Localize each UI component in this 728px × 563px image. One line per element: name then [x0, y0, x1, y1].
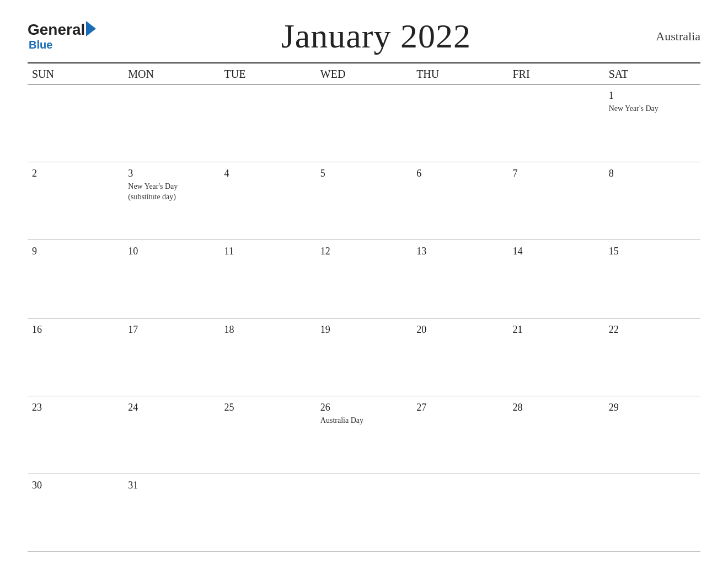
day-number: 29 — [609, 401, 696, 415]
day-cell-jan5: 5 — [316, 162, 412, 240]
day-number: 13 — [416, 245, 504, 258]
day-number: 27 — [416, 401, 504, 415]
header-wed: WED — [316, 68, 412, 81]
week-row-4: 16 17 18 19 20 21 22 — [28, 318, 700, 396]
day-number: 25 — [224, 401, 312, 415]
day-cell — [508, 474, 604, 551]
day-cell-jan11: 11 — [220, 240, 316, 317]
day-number: 20 — [416, 323, 504, 337]
day-cell-jan10: 10 — [124, 240, 220, 317]
week-row-2: 2 3 New Year's Day(substitute day) 4 5 6… — [28, 162, 700, 240]
day-number: 5 — [320, 167, 408, 180]
logo-general-text: General — [28, 22, 85, 38]
day-cell-jan18: 18 — [220, 318, 316, 396]
day-cell-jan23: 23 — [28, 396, 124, 474]
day-cell-jan16: 16 — [28, 318, 124, 396]
day-cell-jan26: 26 Australia Day — [316, 396, 412, 474]
day-number: 31 — [128, 479, 215, 492]
logo: General Blue — [28, 21, 96, 51]
day-cell-jan14: 14 — [508, 240, 604, 317]
header-sun: SUN — [28, 68, 124, 81]
day-number: 6 — [416, 167, 504, 180]
day-number: 4 — [224, 167, 312, 180]
day-headers-row: SUN MON TUE WED THU FRI SAT — [28, 63, 700, 84]
day-cell-jan29: 29 — [604, 396, 700, 474]
day-cell — [316, 474, 412, 551]
day-number: 12 — [320, 245, 408, 258]
day-cell-jan4: 4 — [220, 162, 316, 240]
calendar-page: General Blue January 2022 Australia SUN … — [0, 0, 728, 563]
day-number: 10 — [128, 245, 215, 258]
day-cell-jan17: 17 — [124, 318, 220, 396]
header-tue: TUE — [220, 68, 316, 81]
country-label: Australia — [656, 29, 700, 44]
day-number: 9 — [32, 245, 119, 258]
day-cell-jan30: 30 — [28, 474, 124, 551]
day-cell — [220, 474, 316, 551]
holiday-label: New Year's Day — [609, 104, 696, 114]
header-thu: THU — [412, 68, 508, 81]
day-number: 28 — [512, 401, 599, 415]
day-number: 18 — [224, 323, 312, 337]
holiday-label: New Year's Day(substitute day) — [128, 182, 215, 201]
day-cell — [508, 84, 604, 162]
day-cell-jan20: 20 — [412, 318, 508, 396]
logo-arrow-icon — [86, 21, 96, 36]
day-cell-jan9: 9 — [28, 240, 124, 317]
day-cell — [412, 84, 508, 162]
day-cell-jan19: 19 — [316, 318, 412, 396]
day-number: 14 — [512, 245, 599, 258]
day-number: 19 — [320, 323, 408, 337]
header-sat: SAT — [604, 68, 700, 81]
day-number: 15 — [609, 245, 696, 258]
day-cell-jan15: 15 — [604, 240, 700, 317]
day-number: 16 — [32, 323, 119, 337]
day-cell-jan24: 24 — [124, 396, 220, 474]
day-number: 24 — [128, 401, 215, 415]
day-cell-jan31: 31 — [124, 474, 220, 551]
header-mon: MON — [124, 68, 220, 81]
day-cell — [412, 474, 508, 551]
day-cell-jan28: 28 — [508, 396, 604, 474]
day-number: 22 — [609, 323, 696, 337]
day-cell-jan12: 12 — [316, 240, 412, 317]
day-cell-jan13: 13 — [412, 240, 508, 317]
day-cell — [28, 84, 124, 162]
day-number: 17 — [128, 323, 215, 337]
weeks-container: 1 New Year's Day 2 3 New Year's Day(subs… — [28, 84, 700, 552]
day-number: 21 — [512, 323, 599, 337]
day-number: 2 — [32, 167, 119, 180]
day-cell-jan2: 2 — [28, 162, 124, 240]
day-number: 11 — [224, 245, 312, 258]
day-cell-jan22: 22 — [604, 318, 700, 396]
day-number: 3 — [128, 167, 215, 180]
day-cell — [124, 84, 220, 162]
day-number: 1 — [609, 89, 696, 103]
header-fri: FRI — [508, 68, 604, 81]
week-row-1: 1 New Year's Day — [28, 84, 700, 162]
day-cell — [220, 84, 316, 162]
header: General Blue January 2022 Australia — [28, 17, 700, 63]
day-cell-jan8: 8 — [604, 162, 700, 240]
month-title: January 2022 — [281, 17, 471, 56]
day-cell-jan27: 27 — [412, 396, 508, 474]
day-number: 7 — [512, 167, 599, 180]
day-number: 23 — [32, 401, 119, 415]
week-row-5: 23 24 25 26 Australia Day 27 28 — [28, 396, 700, 474]
week-row-6: 30 31 — [28, 474, 700, 552]
day-cell-jan1: 1 New Year's Day — [604, 84, 700, 162]
week-row-3: 9 10 11 12 13 14 15 — [28, 240, 700, 318]
day-cell-jan6: 6 — [412, 162, 508, 240]
day-cell — [316, 84, 412, 162]
holiday-label: Australia Day — [320, 416, 408, 426]
day-cell-jan21: 21 — [508, 318, 604, 396]
day-cell-jan25: 25 — [220, 396, 316, 474]
calendar-grid: SUN MON TUE WED THU FRI SAT 1 New Year's… — [28, 63, 700, 552]
day-cell — [604, 474, 700, 551]
logo-blue-text: Blue — [28, 39, 52, 51]
day-cell-jan7: 7 — [508, 162, 604, 240]
day-number: 26 — [320, 401, 408, 415]
day-cell-jan3: 3 New Year's Day(substitute day) — [124, 162, 220, 240]
day-number: 8 — [609, 167, 696, 180]
day-number: 30 — [32, 479, 119, 492]
